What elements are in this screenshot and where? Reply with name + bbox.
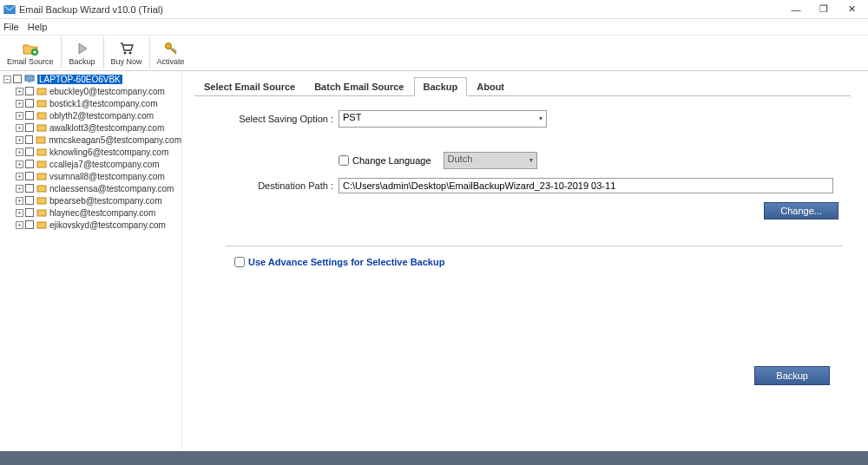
svg-rect-15 — [37, 186, 46, 192]
mailbox-icon — [36, 123, 47, 132]
toolbar-label: Backup — [69, 57, 95, 66]
mailbox-icon — [36, 135, 46, 144]
toolbar-separator — [149, 37, 150, 69]
tree-item[interactable]: +bostick1@testcompany.com — [0, 97, 181, 109]
tree-item[interactable]: +hlaynec@testcompany.com — [0, 206, 181, 219]
svg-rect-17 — [37, 210, 46, 216]
backup-button[interactable]: Backup — [754, 366, 830, 385]
tab-select-source[interactable]: Select Email Source — [194, 77, 305, 95]
expand-icon[interactable]: + — [16, 197, 23, 205]
expand-icon[interactable]: + — [16, 185, 23, 193]
svg-rect-12 — [37, 149, 46, 155]
svg-point-2 — [123, 52, 126, 55]
menu-help[interactable]: Help — [28, 22, 48, 32]
minimize-button[interactable]: — — [790, 3, 802, 16]
svg-rect-18 — [37, 222, 46, 228]
tree-item-label: bostick1@testcompany.com — [49, 99, 157, 108]
change-language-checkbox[interactable] — [339, 155, 349, 166]
expand-icon[interactable]: + — [16, 209, 23, 217]
activate-button[interactable]: Activate — [152, 36, 190, 70]
svg-rect-13 — [37, 161, 46, 167]
toolbar-label: Activate — [157, 57, 185, 66]
tree-item-label: awalklott3@testcompany.com — [49, 123, 164, 133]
tree-root-label: LAPTOP-60EO6VBK — [37, 75, 122, 84]
tree-item-label: mmcskeagan5@testcompany.com — [49, 135, 181, 145]
expand-icon[interactable]: + — [16, 221, 23, 229]
maximize-button[interactable]: ❐ — [818, 3, 830, 16]
status-bar — [0, 451, 868, 465]
tree-item[interactable]: +ccalleja7@testcompany.com — [0, 158, 181, 170]
tree-item[interactable]: +ejikovskyd@testcompany.com — [0, 219, 181, 231]
checkbox[interactable] — [25, 208, 34, 217]
tree-item-label: oblyth2@testcompany.com — [49, 111, 154, 121]
tree-item[interactable]: +oblyth2@testcompany.com — [0, 109, 181, 121]
tree-item[interactable]: +ebuckley0@testcompany.com — [0, 85, 181, 97]
tree-item[interactable]: +kknowling6@testcompany.com — [0, 146, 181, 158]
saving-option-select[interactable]: PST ▾ — [339, 110, 547, 128]
cart-icon — [118, 40, 135, 57]
checkbox[interactable] — [25, 111, 34, 120]
expand-icon[interactable]: + — [16, 173, 23, 180]
checkbox[interactable] — [25, 184, 34, 193]
expand-icon[interactable]: + — [16, 124, 23, 132]
tab-batch-source[interactable]: Batch Email Source — [305, 77, 413, 95]
buy-now-button[interactable]: Buy Now — [106, 36, 148, 70]
checkbox[interactable] — [25, 172, 34, 180]
expand-icon[interactable]: + — [16, 136, 23, 144]
tree-item[interactable]: +vsumnall8@testcompany.com — [0, 170, 181, 182]
divider — [226, 246, 842, 246]
play-icon — [74, 40, 91, 57]
tree-item[interactable]: +nclaessensa@testcompany.com — [0, 182, 181, 194]
chevron-down-icon: ▾ — [539, 115, 542, 122]
checkbox[interactable] — [25, 135, 34, 144]
language-select[interactable]: Dutch ▾ — [444, 152, 537, 169]
tree-item-label: ccalleja7@testcompany.com — [49, 160, 160, 169]
tree-item[interactable]: +bpearseb@testcompany.com — [0, 194, 181, 206]
svg-rect-6 — [28, 82, 31, 82]
mailbox-icon — [36, 147, 47, 156]
checkbox[interactable] — [25, 196, 34, 205]
window-title: Email Backup Wizard v10.0 (Trial) — [19, 4, 790, 15]
tree-root[interactable]: − LAPTOP-60EO6VBK — [0, 73, 181, 85]
mailbox-icon — [36, 172, 47, 180]
email-source-button[interactable]: Email Source — [2, 36, 59, 70]
destination-path-input[interactable] — [339, 178, 833, 193]
language-value: Dutch — [448, 154, 473, 164]
toolbar-separator — [103, 37, 104, 69]
toolbar: Email Source Backup Buy Now Activate — [0, 35, 868, 71]
title-bar: Email Backup Wizard v10.0 (Trial) — ❐ ✕ — [0, 0, 868, 19]
expand-icon[interactable]: + — [16, 100, 23, 108]
expand-icon[interactable]: + — [16, 88, 23, 95]
advance-settings-checkbox[interactable] — [234, 257, 245, 267]
tab-backup[interactable]: Backup — [414, 77, 468, 96]
checkbox[interactable] — [25, 99, 34, 108]
svg-rect-9 — [37, 113, 46, 119]
backup-toolbar-button[interactable]: Backup — [63, 36, 102, 70]
checkbox[interactable] — [25, 87, 34, 95]
tab-about[interactable]: About — [467, 77, 514, 95]
svg-rect-5 — [25, 75, 34, 81]
mailbox-icon — [36, 111, 47, 120]
checkbox[interactable] — [25, 147, 34, 156]
tree-item[interactable]: +mmcskeagan5@testcompany.com — [0, 134, 181, 146]
checkbox[interactable] — [25, 160, 34, 168]
collapse-icon[interactable]: − — [3, 75, 11, 83]
svg-rect-7 — [37, 88, 46, 95]
tree-item[interactable]: +awalklott3@testcompany.com — [0, 121, 181, 134]
expand-icon[interactable]: + — [16, 112, 23, 120]
svg-rect-14 — [37, 174, 46, 180]
close-button[interactable]: ✕ — [845, 3, 858, 16]
app-icon — [3, 3, 16, 16]
checkbox[interactable] — [25, 123, 34, 132]
checkbox[interactable] — [13, 75, 22, 83]
tree-item-label: nclaessensa@testcompany.com — [49, 184, 174, 193]
checkbox[interactable] — [25, 220, 34, 229]
folder-plus-icon — [22, 40, 39, 57]
advance-settings-label: Use Advance Settings for Selective Backu… — [248, 257, 444, 267]
tree-item-label: vsumnall8@testcompany.com — [49, 172, 165, 181]
menu-file[interactable]: File — [3, 22, 19, 32]
expand-icon[interactable]: + — [16, 160, 23, 168]
expand-icon[interactable]: + — [16, 148, 23, 156]
change-button[interactable]: Change... — [764, 202, 838, 219]
svg-rect-11 — [36, 137, 45, 143]
